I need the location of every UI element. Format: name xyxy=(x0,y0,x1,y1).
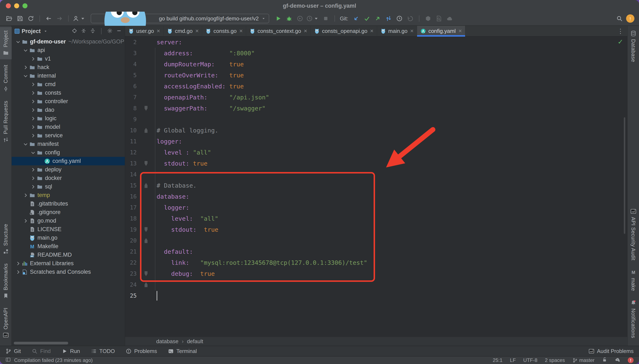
settings-button[interactable] xyxy=(107,28,113,34)
run-with-coverage-button[interactable] xyxy=(295,14,304,23)
chevron-right-icon[interactable] xyxy=(15,260,21,267)
profile-button[interactable] xyxy=(73,14,86,23)
chevron-right-icon[interactable] xyxy=(30,166,36,173)
sidebar-item-commit[interactable]: Commit xyxy=(0,61,12,95)
cloud-settings-button[interactable]: ? xyxy=(615,357,620,364)
chevron-down-icon[interactable] xyxy=(22,47,29,54)
fold-start-marker[interactable] xyxy=(144,238,148,243)
dependencies-button[interactable] xyxy=(424,14,433,23)
close-icon[interactable]: × xyxy=(304,28,307,34)
tree-item-dao[interactable]: dao xyxy=(12,106,125,114)
chevron-right-icon[interactable] xyxy=(30,98,36,104)
fold-start-marker[interactable] xyxy=(144,128,148,133)
ide-update-badge[interactable]: ↑ xyxy=(626,14,634,23)
chevron-right-icon[interactable] xyxy=(30,132,36,139)
toolwindow-button-terminal[interactable]: Terminal xyxy=(168,348,197,354)
chevron-down-icon[interactable] xyxy=(15,39,21,45)
debug-button[interactable] xyxy=(284,14,294,23)
chevron-right-icon[interactable] xyxy=(30,124,36,130)
sidebar-item-make[interactable]: Mmake xyxy=(628,266,639,294)
chevron-right-icon[interactable] xyxy=(22,64,29,70)
tree-item-scratches-and-consoles[interactable]: Scratches and Consoles xyxy=(12,268,125,276)
tree-item-hack[interactable]: hack xyxy=(12,63,125,72)
profiler-button[interactable] xyxy=(306,14,320,23)
chevron-down-icon[interactable] xyxy=(22,73,29,79)
tree-item-docker[interactable]: docker xyxy=(12,174,125,182)
chevron-right-icon[interactable] xyxy=(30,90,36,96)
history-button[interactable] xyxy=(395,14,404,23)
toolwindow-button-run[interactable]: Run xyxy=(62,348,80,354)
chevron-down-icon[interactable] xyxy=(22,141,29,147)
chevron-right-icon[interactable] xyxy=(30,81,36,88)
tab-user-go[interactable]: user.go× xyxy=(125,26,164,36)
tab-config-yaml[interactable]: config.yaml× xyxy=(417,26,465,36)
open-button[interactable] xyxy=(4,14,14,23)
maximize-window-button[interactable] xyxy=(22,3,28,8)
chevron-right-icon[interactable] xyxy=(30,107,36,113)
tree-item-api[interactable]: api xyxy=(12,46,125,54)
error-notification-badge[interactable]: ! xyxy=(628,357,634,363)
fold-start-marker[interactable] xyxy=(144,183,148,188)
fold-end-marker[interactable] xyxy=(144,227,148,232)
save-all-button[interactable] xyxy=(16,14,24,23)
tree-item-cmd[interactable]: cmd xyxy=(12,80,125,88)
sidebar-item-structure[interactable]: Structure xyxy=(0,220,12,258)
cloud-sync-button[interactable] xyxy=(445,14,454,23)
sidebar-item-api-security-audit[interactable]: /APIAPI Security Audit xyxy=(628,205,639,264)
tree-item-config[interactable]: config xyxy=(12,148,125,157)
breadcrumb-item-database[interactable]: database xyxy=(156,338,178,345)
breadcrumb-item-default[interactable]: default xyxy=(187,338,203,345)
run-configuration-select[interactable]: go build github.com/gogf/gf-demo-user/v2 xyxy=(91,14,269,23)
tree-item-external-libraries[interactable]: External Libraries xyxy=(12,259,125,268)
toolwindow-button-problems[interactable]: Problems xyxy=(126,348,157,354)
tree-item-consts[interactable]: consts xyxy=(12,88,125,97)
toolwindow-button-audit-problems[interactable]: /APIAudit Problems xyxy=(588,348,634,354)
tree-item-manifest[interactable]: manifest xyxy=(12,140,125,148)
toolwindow-button-find[interactable]: Find xyxy=(32,348,51,354)
tree-item-temp[interactable]: temp xyxy=(12,191,125,200)
collapse-all-button[interactable] xyxy=(90,28,96,34)
toolwindow-button-git[interactable]: Git xyxy=(6,348,21,354)
tree-item-license[interactable]: LICENSE xyxy=(12,225,125,234)
editor-vertical-scrollbar[interactable] xyxy=(624,117,625,234)
chevron-right-icon[interactable] xyxy=(30,116,36,122)
stop-button[interactable] xyxy=(321,14,330,23)
tab-consts_context-go[interactable]: consts_context.go× xyxy=(246,26,311,36)
tree-item-go-mod[interactable]: go.mod xyxy=(12,216,125,225)
chevron-right-icon[interactable] xyxy=(30,175,36,182)
locate-file-button[interactable] xyxy=(72,28,78,34)
fetch-button[interactable] xyxy=(384,14,393,23)
readonly-toggle-button[interactable] xyxy=(602,357,608,364)
close-icon[interactable]: × xyxy=(410,28,414,34)
layout-widget-button[interactable] xyxy=(6,357,11,364)
run-button[interactable] xyxy=(274,14,283,23)
git-branch-widget[interactable]: master xyxy=(572,357,594,363)
tree-item-controller[interactable]: controller xyxy=(12,97,125,106)
tab-list-menu-icon[interactable]: ⋮ xyxy=(614,26,627,36)
chevron-right-icon[interactable] xyxy=(22,192,29,198)
indent-widget[interactable]: 2 spaces xyxy=(545,357,565,363)
code-inspect-button[interactable] xyxy=(434,14,444,23)
close-icon[interactable]: × xyxy=(157,28,160,34)
chevron-right-icon[interactable] xyxy=(15,269,21,275)
update-project-button[interactable] xyxy=(352,14,361,23)
close-icon[interactable]: × xyxy=(240,28,243,34)
hide-panel-button[interactable] xyxy=(116,28,122,34)
sidebar-item-project[interactable]: Project xyxy=(0,27,12,59)
sidebar-item-notifications[interactable]: Notifications xyxy=(628,296,639,342)
fold-start-marker[interactable] xyxy=(144,282,148,287)
caret-position-widget[interactable]: 25:1 xyxy=(493,357,502,363)
chevron-down-icon[interactable] xyxy=(30,150,36,156)
chevron-right-icon[interactable] xyxy=(22,218,29,224)
tree-item-v1[interactable]: v1 xyxy=(12,54,125,63)
chevron-right-icon[interactable] xyxy=(30,184,36,190)
fold-end-marker[interactable] xyxy=(144,106,148,111)
sidebar-item-openapi[interactable]: OpenAPI/API xyxy=(0,304,12,342)
sidebar-item-database[interactable]: Database xyxy=(628,27,639,66)
minimize-window-button[interactable] xyxy=(14,3,19,8)
fold-end-marker[interactable] xyxy=(144,271,148,276)
close-icon[interactable]: × xyxy=(195,28,199,34)
tree-item-readme-md[interactable]: MDREADME.MD xyxy=(12,251,125,259)
toolwindow-button-todo[interactable]: TODO xyxy=(91,348,115,354)
tab-cmd-go[interactable]: cmd.go× xyxy=(164,26,202,36)
